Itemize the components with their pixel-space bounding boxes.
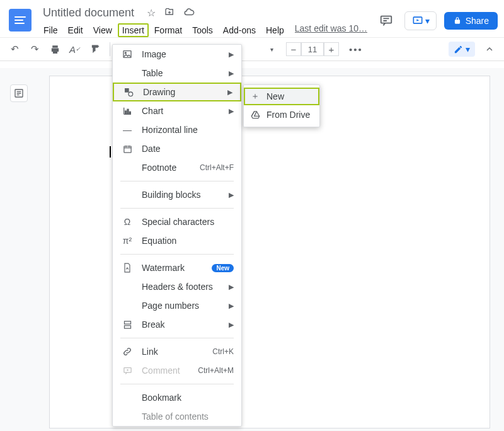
drive-icon [250, 110, 260, 120]
insert-bookmark[interactable]: Bookmark [113, 388, 241, 407]
svg-point-6 [129, 92, 133, 96]
chevron-down-icon: ▾ [425, 16, 430, 26]
comment-icon [122, 366, 133, 376]
drawing-new[interactable]: ＋ New [244, 88, 319, 105]
svg-rect-0 [381, 16, 391, 23]
dropdown-caret[interactable]: ▾ [270, 46, 273, 53]
font-size-value[interactable]: 11 [301, 42, 324, 56]
new-badge: New [212, 264, 234, 272]
spellcheck-button[interactable]: A✓ [67, 41, 83, 57]
insert-building-blocks[interactable]: Building blocks ▶ [113, 185, 241, 204]
menu-insert[interactable]: Insert [118, 23, 149, 37]
insert-drawing[interactable]: Drawing ▶ [113, 83, 241, 101]
chart-icon [122, 106, 133, 116]
insert-toc[interactable]: Table of contents [113, 407, 241, 426]
submenu-arrow-icon: ▶ [229, 191, 234, 199]
building-blocks-label: Building blocks [142, 190, 220, 200]
menu-tools[interactable]: Tools [188, 23, 217, 37]
special-chars-label: Special characters [142, 217, 234, 227]
star-icon[interactable]: ☆ [147, 7, 156, 19]
insert-drawing-label: Drawing [143, 87, 219, 97]
submenu-arrow-icon: ▶ [229, 321, 234, 329]
menu-edit[interactable]: Edit [64, 23, 88, 37]
link-shortcut: Ctrl+K [212, 347, 234, 356]
omega-icon: Ω [122, 217, 133, 227]
chevron-down-icon: ▾ [466, 44, 470, 54]
undo-button[interactable]: ↶ [6, 41, 23, 57]
menu-bar: File Edit View Insert Format Tools Add-o… [39, 23, 367, 37]
menu-format[interactable]: Format [150, 23, 186, 37]
redo-button[interactable]: ↷ [26, 41, 43, 57]
comment-shortcut: Ctrl+Alt+M [198, 366, 234, 375]
text-cursor [110, 146, 111, 158]
insert-date[interactable]: Date [113, 139, 241, 158]
menu-view[interactable]: View [89, 23, 117, 37]
svg-rect-11 [124, 321, 130, 323]
submenu-arrow-icon: ▶ [229, 302, 234, 310]
insert-chart[interactable]: Chart ▶ [113, 101, 241, 120]
insert-link[interactable]: Link Ctrl+K [113, 342, 241, 361]
font-size-decrease[interactable]: − [286, 42, 301, 56]
insert-footnote[interactable]: Footnote Ctrl+Alt+F [113, 158, 241, 177]
drawing-from-drive-label: From Drive [266, 110, 310, 120]
insert-hr-label: Horizontal line [142, 125, 234, 135]
insert-menu-panel: Image ▶ Table ▶ Drawing ▶ Chart ▶ — Hori… [112, 44, 242, 427]
footnote-shortcut: Ctrl+Alt+F [200, 163, 234, 172]
image-icon [122, 49, 133, 59]
present-button[interactable]: ▾ [404, 11, 437, 30]
editing-mode-button[interactable]: ▾ [449, 42, 475, 57]
paint-format-button[interactable] [87, 41, 103, 57]
insert-horizontal-line[interactable]: — Horizontal line [113, 120, 241, 139]
pagenum-label: Page numbers [142, 301, 220, 311]
drawing-new-label: New [266, 91, 284, 101]
collapse-toolbar-icon[interactable] [481, 41, 498, 57]
insert-image[interactable]: Image ▶ [113, 45, 241, 64]
insert-comment: Comment Ctrl+Alt+M [113, 361, 241, 380]
watermark-icon [122, 263, 133, 273]
more-toolbar-icon[interactable]: ••• [348, 41, 364, 57]
insert-watermark[interactable]: Watermark New [113, 258, 241, 277]
move-icon[interactable] [164, 7, 175, 20]
submenu-arrow-icon: ▶ [229, 283, 234, 291]
insert-chart-label: Chart [142, 106, 220, 116]
link-label: Link [142, 347, 203, 357]
insert-image-label: Image [142, 49, 220, 59]
drawing-from-drive[interactable]: From Drive [244, 105, 319, 124]
toc-label: Table of contents [142, 411, 234, 422]
font-size-increase[interactable]: + [324, 42, 339, 56]
svg-rect-12 [124, 325, 130, 328]
headers-label: Headers & footers [142, 282, 220, 292]
share-button[interactable]: Share [444, 12, 498, 30]
menu-file[interactable]: File [39, 23, 62, 37]
pi-icon: π² [122, 236, 133, 246]
break-label: Break [142, 319, 220, 330]
comments-icon[interactable] [375, 10, 397, 32]
submenu-arrow-icon: ▶ [229, 69, 234, 78]
plus-icon: ＋ [250, 91, 260, 102]
svg-rect-5 [125, 88, 129, 93]
insert-table-label: Table [142, 68, 220, 78]
svg-rect-9 [129, 112, 130, 114]
insert-page-numbers[interactable]: Page numbers ▶ [113, 296, 241, 315]
print-button[interactable] [47, 41, 63, 57]
docs-logo[interactable] [9, 9, 32, 32]
last-edit-link[interactable]: Last edit was 10… [295, 23, 367, 37]
insert-break[interactable]: Break ▶ [113, 315, 241, 334]
insert-special-characters[interactable]: Ω Special characters [113, 212, 241, 231]
document-outline-button[interactable] [10, 84, 28, 102]
cloud-status-icon[interactable] [183, 6, 195, 20]
watermark-label: Watermark [142, 263, 203, 273]
drawing-icon [123, 87, 134, 97]
insert-table[interactable]: Table ▶ [113, 64, 241, 83]
document-title[interactable]: Untitled document [39, 5, 138, 21]
bookmark-label: Bookmark [142, 393, 234, 403]
link-icon [122, 347, 133, 357]
insert-equation[interactable]: π² Equation [113, 231, 241, 250]
svg-rect-8 [127, 109, 129, 114]
submenu-arrow-icon: ▶ [229, 107, 234, 115]
insert-headers-footers[interactable]: Headers & footers ▶ [113, 277, 241, 296]
break-icon [122, 320, 133, 330]
menu-help[interactable]: Help [261, 23, 289, 37]
menu-addons[interactable]: Add-ons [219, 23, 260, 37]
svg-rect-10 [123, 146, 130, 152]
